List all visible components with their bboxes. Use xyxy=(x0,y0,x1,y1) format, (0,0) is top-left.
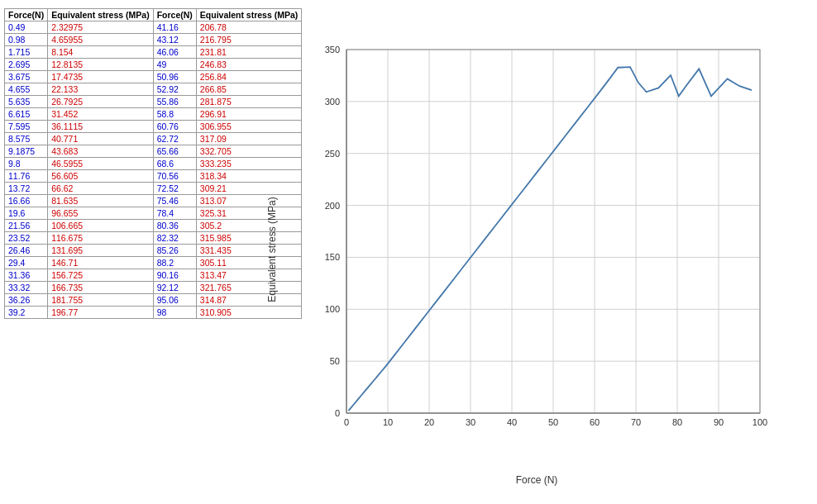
cell-col3: 43.12 xyxy=(153,34,196,46)
chart-section: Equivalent stress (MPa) 0102030405060708… xyxy=(256,0,817,504)
cell-col3: 50.96 xyxy=(153,71,196,83)
cell-col1: 26.46 xyxy=(5,245,48,257)
cell-col3: 78.4 xyxy=(153,207,196,220)
cell-col2: 56.605 xyxy=(48,170,153,183)
cell-col1: 6.615 xyxy=(5,108,48,121)
svg-text:150: 150 xyxy=(325,252,340,262)
cell-col3: 68.6 xyxy=(153,158,196,170)
cell-col3: 49 xyxy=(153,59,196,71)
cell-col1: 19.6 xyxy=(5,207,48,220)
svg-text:300: 300 xyxy=(325,97,340,107)
cell-col2: 46.5955 xyxy=(48,158,153,170)
cell-col2: 196.77 xyxy=(48,307,153,319)
cell-col3: 52.92 xyxy=(153,83,196,96)
cell-col2: 36.1115 xyxy=(48,121,153,133)
cell-col3: 65.66 xyxy=(153,145,196,158)
cell-col3: 72.52 xyxy=(153,183,196,195)
cell-col3: 62.72 xyxy=(153,133,196,145)
col2-header: Equivalent stress (MPa) xyxy=(48,9,153,21)
cell-col3: 46.06 xyxy=(153,46,196,59)
cell-col2: 22.133 xyxy=(48,83,153,96)
chart-container: Equivalent stress (MPa) 0102030405060708… xyxy=(280,25,793,463)
cell-col1: 31.36 xyxy=(5,269,48,282)
cell-col1: 0.98 xyxy=(5,34,48,46)
x-axis-label: Force (N) xyxy=(516,474,558,486)
svg-text:250: 250 xyxy=(325,149,340,159)
cell-col2: 12.8135 xyxy=(48,59,153,71)
cell-col3: 88.2 xyxy=(153,257,196,269)
chart-svg: 0102030405060708090100050100150200250300… xyxy=(305,33,776,446)
cell-col1: 16.66 xyxy=(5,195,48,207)
cell-col2: 31.452 xyxy=(48,108,153,121)
svg-text:20: 20 xyxy=(424,417,434,427)
cell-col1: 8.575 xyxy=(5,133,48,145)
cell-col1: 13.72 xyxy=(5,183,48,195)
svg-text:50: 50 xyxy=(330,356,340,366)
cell-col2: 43.683 xyxy=(48,145,153,158)
svg-text:10: 10 xyxy=(383,417,393,427)
cell-col2: 106.665 xyxy=(48,220,153,232)
cell-col3: 90.16 xyxy=(153,269,196,282)
table-section: Force(N) Equivalent stress (MPa) Force(N… xyxy=(0,0,256,504)
cell-col3: 92.12 xyxy=(153,282,196,294)
svg-text:200: 200 xyxy=(325,201,340,211)
svg-text:350: 350 xyxy=(325,45,340,55)
cell-col1: 3.675 xyxy=(5,71,48,83)
cell-col3: 41.16 xyxy=(153,21,196,34)
y-axis-label: Equivalent stress (MPa) xyxy=(266,197,278,302)
cell-col2: 17.4735 xyxy=(48,71,153,83)
cell-col1: 29.4 xyxy=(5,257,48,269)
cell-col1: 21.56 xyxy=(5,220,48,232)
cell-col1: 2.695 xyxy=(5,59,48,71)
cell-col2: 166.735 xyxy=(48,282,153,294)
cell-col3: 95.06 xyxy=(153,294,196,307)
cell-col1: 39.2 xyxy=(5,307,48,319)
col3-header: Force(N) xyxy=(153,9,196,21)
col1-header: Force(N) xyxy=(5,9,48,21)
cell-col2: 81.635 xyxy=(48,195,153,207)
svg-text:0: 0 xyxy=(335,408,340,418)
cell-col2: 156.725 xyxy=(48,269,153,282)
cell-col3: 70.56 xyxy=(153,170,196,183)
svg-text:50: 50 xyxy=(548,417,558,427)
cell-col2: 181.755 xyxy=(48,294,153,307)
cell-col3: 80.36 xyxy=(153,220,196,232)
cell-col3: 55.86 xyxy=(153,96,196,108)
cell-col1: 5.635 xyxy=(5,96,48,108)
cell-col1: 11.76 xyxy=(5,170,48,183)
cell-col3: 60.76 xyxy=(153,121,196,133)
svg-text:0: 0 xyxy=(344,417,349,427)
cell-col1: 33.32 xyxy=(5,282,48,294)
cell-col3: 85.26 xyxy=(153,245,196,257)
cell-col2: 146.71 xyxy=(48,257,153,269)
cell-col1: 1.715 xyxy=(5,46,48,59)
cell-col3: 75.46 xyxy=(153,195,196,207)
svg-text:60: 60 xyxy=(590,417,600,427)
cell-col1: 36.26 xyxy=(5,294,48,307)
cell-col2: 116.675 xyxy=(48,232,153,245)
svg-text:30: 30 xyxy=(466,417,475,427)
cell-col2: 66.62 xyxy=(48,183,153,195)
svg-text:100: 100 xyxy=(752,417,767,427)
cell-col2: 2.32975 xyxy=(48,21,153,34)
cell-col2: 4.65955 xyxy=(48,34,153,46)
cell-col2: 26.7925 xyxy=(48,96,153,108)
svg-text:80: 80 xyxy=(672,417,682,427)
cell-col2: 96.655 xyxy=(48,207,153,220)
svg-text:70: 70 xyxy=(631,417,641,427)
svg-text:100: 100 xyxy=(325,304,340,314)
cell-col1: 9.8 xyxy=(5,158,48,170)
cell-col2: 40.771 xyxy=(48,133,153,145)
cell-col1: 7.595 xyxy=(5,121,48,133)
cell-col1: 9.1875 xyxy=(5,145,48,158)
cell-col1: 0.49 xyxy=(5,21,48,34)
cell-col3: 98 xyxy=(153,307,196,319)
cell-col3: 82.32 xyxy=(153,232,196,245)
cell-col2: 131.695 xyxy=(48,245,153,257)
cell-col1: 4.655 xyxy=(5,83,48,96)
cell-col1: 23.52 xyxy=(5,232,48,245)
cell-col2: 8.154 xyxy=(48,46,153,59)
svg-text:40: 40 xyxy=(507,417,517,427)
cell-col3: 58.8 xyxy=(153,108,196,121)
svg-text:90: 90 xyxy=(714,417,724,427)
